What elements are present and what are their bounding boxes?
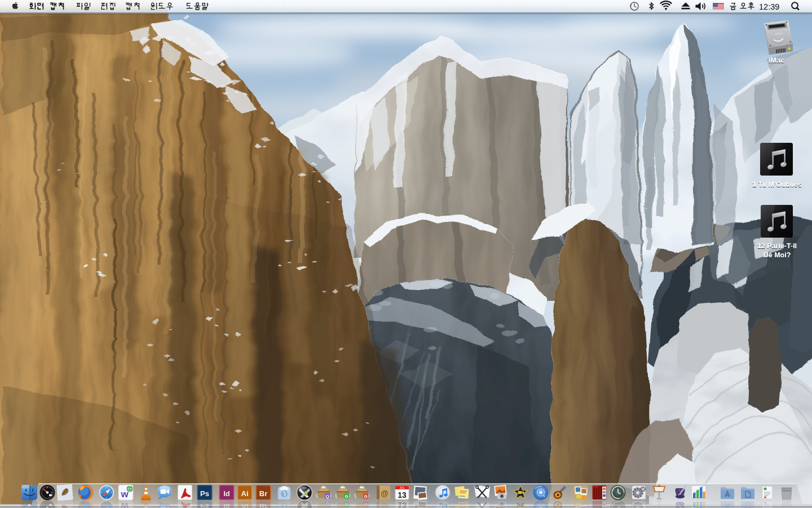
svg-text:Id: Id [223,489,230,498]
svg-text:G: G [345,494,348,499]
svg-text:Q: Q [326,494,329,499]
svg-text:13: 13 [398,491,407,500]
svg-text:12 Parle-T-Il: 12 Parle-T-Il [757,242,797,250]
svg-text:Ai: Ai [241,489,249,498]
svg-text:G: G [364,494,368,499]
svg-text:12:39: 12:39 [759,2,779,11]
svg-text:1 Tu M'Oublies: 1 Tu M'Oublies [752,181,802,189]
svg-text:Br: Br [259,489,267,498]
svg-text:@: @ [381,489,389,498]
svg-text:iMac: iMac [769,56,784,64]
svg-text:De Moi?: De Moi? [764,251,791,259]
svg-text:JUL: JUL [400,486,405,489]
svg-text:Ps: Ps [200,489,209,498]
